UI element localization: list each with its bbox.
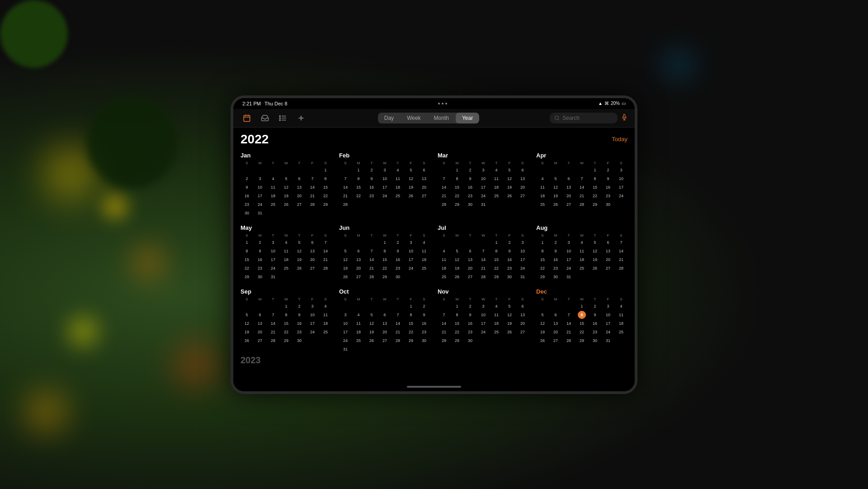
day-cell[interactable]: 24 <box>519 264 527 272</box>
day-cell[interactable]: 20 <box>466 264 474 272</box>
day-cell[interactable]: 5 <box>341 247 349 255</box>
day-cell[interactable]: 9 <box>243 183 251 191</box>
day-cell[interactable]: 20 <box>519 319 527 328</box>
day-cell[interactable]: 4 <box>269 175 277 183</box>
day-cell[interactable]: 1 <box>354 166 363 174</box>
day-cell[interactable]: 13 <box>604 247 612 255</box>
day-cell[interactable]: 1 <box>243 238 251 247</box>
year-view-btn[interactable]: Year <box>456 113 479 123</box>
day-cell[interactable]: 19 <box>295 256 303 264</box>
day-cell[interactable]: 24 <box>341 337 349 345</box>
day-cell[interactable]: 26 <box>282 200 290 209</box>
day-cell[interactable]: 8 <box>381 247 389 255</box>
day-cell[interactable]: 26 <box>243 337 251 345</box>
day-cell[interactable]: 14 <box>269 319 277 328</box>
day-cell[interactable]: 6 <box>256 311 264 319</box>
day-cell[interactable]: 3 <box>341 311 349 319</box>
day-cell[interactable]: 7 <box>440 311 448 319</box>
day-cell[interactable]: 10 <box>269 247 277 255</box>
day-cell[interactable]: 22 <box>243 264 251 272</box>
day-cell[interactable]: 1 <box>492 238 500 247</box>
day-cell[interactable]: 18 <box>269 192 277 200</box>
day-cell[interactable]: 22 <box>492 264 500 272</box>
day-cell[interactable]: 31 <box>341 345 349 353</box>
day-cell[interactable]: 3 <box>381 166 389 174</box>
day-cell[interactable]: 11 <box>354 319 363 328</box>
day-cell[interactable]: 2 <box>368 166 376 174</box>
day-cell[interactable]: 13 <box>381 319 389 328</box>
day-cell[interactable]: 29 <box>381 273 389 281</box>
day-cell[interactable]: 18 <box>492 183 500 191</box>
day-cell[interactable]: 12 <box>282 183 290 191</box>
day-cell[interactable]: 31 <box>479 200 487 209</box>
day-cell[interactable]: 31 <box>269 273 277 281</box>
day-cell[interactable]: 4 <box>538 175 547 183</box>
day-cell[interactable]: 9 <box>295 311 303 319</box>
day-cell[interactable]: 29 <box>282 337 290 345</box>
day-cell[interactable]: 21 <box>308 192 316 200</box>
day-cell[interactable]: 12 <box>368 319 376 328</box>
day-cell[interactable]: 4 <box>420 238 428 247</box>
day-cell[interactable]: 4 <box>617 302 625 310</box>
day-cell[interactable]: 30 <box>466 200 474 209</box>
day-cell[interactable]: 14 <box>479 256 487 264</box>
day-cell[interactable]: 16 <box>394 256 402 264</box>
day-cell[interactable]: 4 <box>440 247 448 255</box>
day-cell[interactable]: 19 <box>453 264 461 272</box>
day-cell[interactable]: 2 <box>256 238 264 247</box>
day-cell[interactable]: 6 <box>466 247 474 255</box>
day-cell[interactable]: 30 <box>591 337 599 345</box>
day-cell[interactable]: 21 <box>565 328 573 336</box>
day-cell[interactable]: 9 <box>394 247 402 255</box>
day-cell[interactable]: 14 <box>440 319 448 328</box>
day-cell[interactable]: 6 <box>295 175 303 183</box>
day-cell[interactable]: 10 <box>308 311 316 319</box>
day-cell[interactable]: 12 <box>505 175 514 183</box>
day-cell[interactable]: 20 <box>295 192 303 200</box>
day-cell[interactable]: 28 <box>578 200 586 209</box>
day-cell[interactable]: 11 <box>538 183 547 191</box>
day-cell[interactable]: 31 <box>519 273 527 281</box>
day-cell[interactable]: 28 <box>368 273 376 281</box>
day-cell[interactable]: 21 <box>578 192 586 200</box>
day-cell[interactable]: 10 <box>381 175 389 183</box>
day-cell[interactable]: 29 <box>407 337 415 345</box>
day-cell[interactable]: 14 <box>565 319 573 328</box>
day-cell[interactable]: 26 <box>552 200 560 209</box>
day-cell[interactable]: 1 <box>591 166 599 174</box>
day-cell[interactable]: 6 <box>381 311 389 319</box>
day-cell[interactable]: 3 <box>479 166 487 174</box>
day-cell[interactable]: 13 <box>552 319 560 328</box>
day-cell[interactable]: 16 <box>295 319 303 328</box>
day-cell[interactable]: 14 <box>440 183 448 191</box>
day-cell[interactable]: 2 <box>420 302 428 310</box>
day-cell[interactable]: 29 <box>321 200 330 209</box>
day-cell[interactable]: 21 <box>440 328 448 336</box>
day-cell[interactable]: 13 <box>519 311 527 319</box>
day-cell[interactable]: 15 <box>538 256 547 264</box>
day-cell[interactable]: 10 <box>341 319 349 328</box>
day-cell[interactable]: 4 <box>578 238 586 247</box>
day-cell[interactable]: 18 <box>538 192 547 200</box>
day-cell[interactable]: 20 <box>256 328 264 336</box>
day-cell[interactable]: 5 <box>505 166 514 174</box>
day-cell[interactable]: 30 <box>420 337 428 345</box>
day-cell[interactable]: 10 <box>519 247 527 255</box>
day-cell[interactable]: 11 <box>394 175 402 183</box>
day-cell[interactable]: 9 <box>466 311 474 319</box>
day-cell[interactable]: 17 <box>381 183 389 191</box>
day-cell[interactable]: 20 <box>604 256 612 264</box>
day-cell[interactable]: 19 <box>368 328 376 336</box>
day-cell[interactable]: 30 <box>466 337 474 345</box>
day-cell[interactable]: 27 <box>565 200 573 209</box>
day-cell[interactable]: 17 <box>479 183 487 191</box>
day-cell[interactable]: 29 <box>591 200 599 209</box>
day-cell[interactable]: 27 <box>354 273 363 281</box>
day-cell[interactable]: 3 <box>519 238 527 247</box>
day-cell[interactable]: 11 <box>492 175 500 183</box>
day-cell[interactable]: 18 <box>354 328 363 336</box>
day-cell[interactable]: 12 <box>538 319 547 328</box>
day-cell[interactable]: 25 <box>440 273 448 281</box>
day-cell[interactable]: 13 <box>420 175 428 183</box>
day-cell[interactable]: 6 <box>519 302 527 310</box>
